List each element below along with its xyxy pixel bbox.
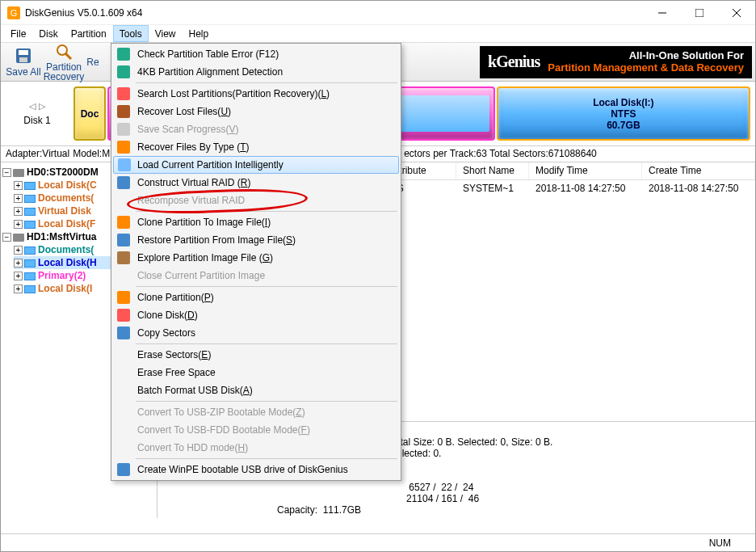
expand-icon[interactable]: + <box>14 194 23 203</box>
disk-label: Disk 1 <box>23 115 50 126</box>
menu-clone-partition[interactable]: Clone Partition(P) <box>113 289 399 306</box>
tree-item[interactable]: Local Disk(I <box>38 283 92 294</box>
banner: kGenius All-In-One Solution For Partitio… <box>480 46 752 78</box>
hdd-icon <box>13 234 24 242</box>
volume-icon <box>24 247 36 255</box>
expand-icon[interactable]: + <box>14 272 23 280</box>
tree-item[interactable]: Documents( <box>38 244 94 255</box>
menu-check-partition-table[interactable]: Check Partition Table Error (F12) <box>113 45 399 63</box>
volume-icon <box>24 285 36 293</box>
col-shortname[interactable]: Short Name <box>456 162 529 179</box>
minimize-button[interactable] <box>644 1 681 25</box>
status-bar: NUM <box>1 533 755 551</box>
menu-clone-disk[interactable]: Clone Disk(D) <box>113 306 399 324</box>
tools-menu: Check Partition Table Error (F12) 4KB Pa… <box>111 43 401 481</box>
menu-file[interactable]: File <box>4 25 32 42</box>
expand-icon[interactable]: + <box>14 207 23 216</box>
tree-item[interactable]: Documents( <box>38 192 94 204</box>
app-logo-icon: G <box>7 6 20 19</box>
tree-item[interactable]: Local Disk(C <box>38 179 97 191</box>
load-icon <box>118 158 131 171</box>
menu-separator <box>136 401 397 402</box>
col-modify[interactable]: Modify Time <box>529 162 642 179</box>
expand-icon[interactable]: + <box>14 284 23 293</box>
volume-icon <box>24 208 36 216</box>
menu-clone-partition-to-image[interactable]: Clone Partition To Image File(I) <box>113 213 399 231</box>
tree-hd0[interactable]: HD0:ST2000DM <box>27 166 99 178</box>
close-button[interactable] <box>718 1 755 25</box>
collapse-icon[interactable]: − <box>2 168 11 177</box>
tree-item[interactable]: Local Disk(F <box>38 218 95 230</box>
menu-search-lost-partitions[interactable]: Search Lost Partitions(Partition Recover… <box>113 85 399 103</box>
menu-view[interactable]: View <box>149 25 183 42</box>
expand-icon[interactable]: + <box>14 181 23 190</box>
menu-erase-sectors[interactable]: Erase Sectors(E) <box>113 346 399 364</box>
menu-explore-partition-image[interactable]: Explore Partition Image File (G) <box>113 249 399 267</box>
tree-item[interactable]: Primary(2) <box>38 270 86 281</box>
menu-restore-partition-from-image[interactable]: Restore Partition From Image File(S) <box>113 231 399 249</box>
save-all-button[interactable]: Save All <box>4 44 43 80</box>
banner-line2: Partition Management & Data Recovery <box>548 62 744 74</box>
menu-load-partition-intelligently[interactable]: Load Current Partition Intelligently <box>113 156 399 174</box>
svg-rect-5 <box>19 50 28 55</box>
disk-nav-arrows[interactable]: ◁ ▷ <box>29 101 44 112</box>
table-icon <box>117 48 130 61</box>
floppy-icon <box>15 47 32 65</box>
menu-recompose-virtual-raid: Recompose Virtual RAID <box>113 192 399 209</box>
svg-line-8 <box>65 53 71 59</box>
menu-disk[interactable]: Disk <box>32 25 64 42</box>
numlock-indicator: NUM <box>709 537 731 549</box>
tree-item[interactable]: Virtual Disk <box>38 205 91 217</box>
collapse-icon[interactable]: − <box>2 233 11 242</box>
menu-partition[interactable]: Partition <box>65 25 113 42</box>
menu-tools[interactable]: Tools <box>113 25 149 42</box>
recover-icon <box>117 105 130 118</box>
raid-icon <box>117 176 130 189</box>
toolbar-cut-button[interactable]: Re <box>85 44 101 80</box>
align-icon <box>117 65 130 78</box>
magnifier-icon <box>55 43 73 61</box>
clone-disk-icon <box>117 309 130 322</box>
svg-rect-6 <box>19 57 27 62</box>
menu-copy-sectors[interactable]: Copy Sectors <box>113 324 399 342</box>
menu-recover-lost-files[interactable]: Recover Lost Files(U) <box>113 103 399 120</box>
banner-brand: kGenius <box>488 53 540 71</box>
tree-item-selected[interactable]: Local Disk(H <box>38 257 97 268</box>
restore-icon <box>117 234 130 247</box>
menu-separator <box>136 343 397 344</box>
partition-block-0[interactable]: Doc <box>74 86 106 141</box>
tree-hd1[interactable]: HD1:MsftVirtua <box>27 231 96 242</box>
menu-erase-free-space[interactable]: Erase Free Space <box>113 364 399 381</box>
maximize-button[interactable] <box>681 1 718 25</box>
menubar: File Disk Partition Tools View Help <box>1 25 755 43</box>
menu-batch-format-usb[interactable]: Batch Format USB Disk(A) <box>113 381 399 399</box>
menu-usb-fdd-bootable: Convert To USB-FDD Bootable Mode(F) <box>113 421 399 439</box>
clone-image-icon <box>117 216 130 229</box>
partition-block-2[interactable]: Local Disk(I:) NTFS 60.7GB <box>497 86 750 141</box>
col-create[interactable]: Create Time <box>642 162 755 179</box>
volume-icon <box>24 182 36 190</box>
hdd-icon <box>13 169 24 177</box>
expand-icon[interactable]: + <box>14 246 23 255</box>
copy-icon <box>117 327 130 339</box>
volume-icon <box>24 195 36 203</box>
menu-help[interactable]: Help <box>183 25 216 42</box>
menu-separator <box>136 286 397 287</box>
type-icon <box>117 141 130 154</box>
search-icon <box>117 87 130 100</box>
volume-icon <box>24 272 36 280</box>
save-all-label: Save All <box>6 66 40 78</box>
menu-create-winpe[interactable]: Create WinPE bootable USB drive of DiskG… <box>113 461 399 478</box>
svg-rect-1 <box>695 9 704 17</box>
save-icon <box>117 123 130 136</box>
titlebar: G DiskGenius V5.0.1.609 x64 <box>1 1 755 25</box>
explore-icon <box>117 251 130 264</box>
partition-recovery-button[interactable]: Partition Recovery <box>44 44 83 80</box>
menu-save-scan-progress: Save Scan Progress(V) <box>113 120 399 138</box>
expand-icon[interactable]: + <box>14 220 23 229</box>
menu-4kb-alignment[interactable]: 4KB Partition Alignment Detection <box>113 63 399 81</box>
partition-recovery-label: Partition Recovery <box>44 62 85 82</box>
menu-recover-by-type[interactable]: Recover Files By Type (T) <box>113 138 399 156</box>
menu-construct-virtual-raid[interactable]: Construct Virtual RAID (R) <box>113 174 399 192</box>
expand-icon[interactable]: + <box>14 259 23 268</box>
